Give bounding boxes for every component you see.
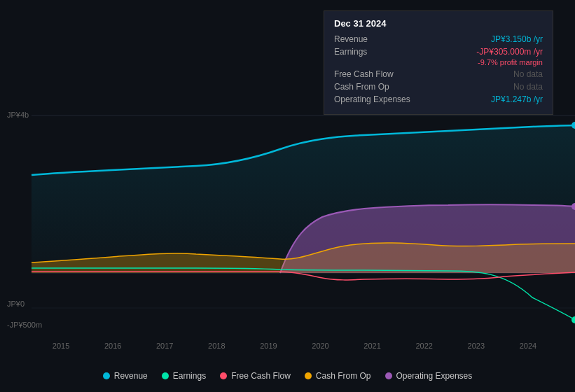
tooltip-label-fcf: Free Cash Flow xyxy=(334,69,411,79)
x-label-2024: 2024 xyxy=(520,342,536,350)
tooltip-label-cashfromop: Cash From Op xyxy=(334,82,411,92)
tooltip-value-earnings: -JP¥305.000m /yr xyxy=(476,47,543,57)
tooltip-label-earnings: Earnings xyxy=(334,47,411,57)
tooltip-row-opex: Operating Expenses JP¥1.247b /yr xyxy=(334,94,543,104)
x-label-2018: 2018 xyxy=(208,342,225,350)
legend-item-cashfromop[interactable]: Cash From Op xyxy=(305,371,371,381)
legend-dot-fcf xyxy=(220,372,227,379)
tooltip-label-opex: Operating Expenses xyxy=(334,94,411,104)
tooltip-value-cashfromop: No data xyxy=(513,82,543,92)
tooltip-row-fcf: Free Cash Flow No data xyxy=(334,69,543,79)
tooltip-value-fcf: No data xyxy=(513,69,543,79)
legend: Revenue Earnings Free Cash Flow Cash Fro… xyxy=(0,371,575,381)
x-label-2023: 2023 xyxy=(468,342,485,350)
legend-dot-revenue xyxy=(103,372,110,379)
x-labels: 2015 2016 2017 2018 2019 2020 2021 2022 … xyxy=(0,342,575,350)
legend-item-earnings[interactable]: Earnings xyxy=(162,371,206,381)
legend-dot-earnings xyxy=(162,372,169,379)
x-label-2020: 2020 xyxy=(312,342,328,350)
legend-item-fcf[interactable]: Free Cash Flow xyxy=(220,371,291,381)
legend-label-earnings: Earnings xyxy=(173,371,206,381)
x-label-2015: 2015 xyxy=(53,342,69,350)
legend-label-opex: Operating Expenses xyxy=(396,371,473,381)
tooltip-row-revenue: Revenue JP¥3.150b /yr xyxy=(334,34,543,44)
tooltip-value-revenue: JP¥3.150b /yr xyxy=(491,34,543,44)
tooltip-label-revenue: Revenue xyxy=(334,34,411,44)
tooltip-profit-margin: -9.7% profit margin xyxy=(478,58,543,66)
legend-label-cashfromop: Cash From Op xyxy=(316,371,371,381)
tooltip-value-opex: JP¥1.247b /yr xyxy=(491,94,543,104)
tooltip-date: Dec 31 2024 xyxy=(334,18,543,29)
chart-area: Dec 31 2024 Revenue JP¥3.150b /yr Earnin… xyxy=(0,0,575,392)
legend-item-revenue[interactable]: Revenue xyxy=(103,371,148,381)
legend-item-opex[interactable]: Operating Expenses xyxy=(385,371,473,381)
legend-dot-cashfromop xyxy=(305,372,312,379)
tooltip-row-earnings: Earnings -JP¥305.000m /yr -9.7% profit m… xyxy=(334,47,543,66)
x-label-2019: 2019 xyxy=(260,342,277,350)
x-label-2016: 2016 xyxy=(104,342,121,350)
svg-point-5 xyxy=(571,316,575,323)
x-label-2022: 2022 xyxy=(415,342,432,350)
x-label-2017: 2017 xyxy=(156,342,173,350)
tooltip-earnings-block: -JP¥305.000m /yr -9.7% profit margin xyxy=(476,47,543,66)
legend-dot-opex xyxy=(385,372,392,379)
tooltip-box: Dec 31 2024 Revenue JP¥3.150b /yr Earnin… xyxy=(324,10,553,115)
tooltip-row-cashfromop: Cash From Op No data xyxy=(334,82,543,92)
legend-label-fcf: Free Cash Flow xyxy=(231,371,291,381)
x-label-2021: 2021 xyxy=(363,342,380,350)
legend-label-revenue: Revenue xyxy=(114,371,148,381)
chart-svg xyxy=(0,108,575,340)
